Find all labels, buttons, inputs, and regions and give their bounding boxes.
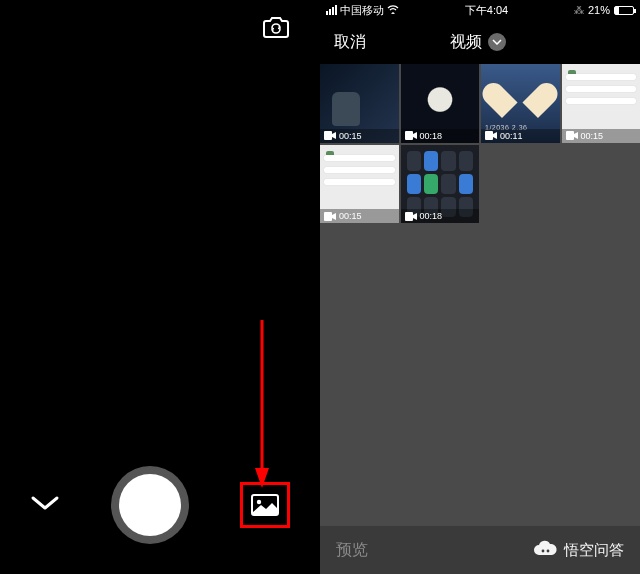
svg-rect-8	[324, 212, 332, 221]
video-thumb[interactable]: 00:15	[320, 145, 399, 224]
bluetooth-icon: ⁂	[574, 5, 584, 16]
collapse-button[interactable]	[30, 494, 60, 516]
duration: 00:15	[339, 211, 362, 221]
wifi-icon	[387, 4, 399, 16]
svg-rect-7	[566, 131, 574, 140]
shutter-button[interactable]	[111, 466, 189, 544]
gallery-button[interactable]	[240, 482, 290, 528]
svg-rect-4	[324, 131, 332, 140]
media-type-dropdown[interactable]: 视频	[450, 32, 506, 53]
chevron-down-icon	[488, 33, 506, 51]
chevron-down-icon	[30, 494, 60, 512]
video-icon	[324, 131, 336, 140]
svg-rect-5	[405, 131, 413, 140]
duration: 00:18	[420, 211, 443, 221]
video-grid: 00:15 00:18 1/2036 2.36 00:11 00:15	[320, 64, 640, 223]
battery-pct: 21%	[588, 4, 610, 16]
video-thumb[interactable]: 1/2036 2.36 00:11	[481, 64, 560, 143]
picker-footer: 预览 悟空问答	[320, 526, 640, 574]
media-picker-screen: 中国移动 下午4:04 ⁂ 21% 取消 视频 00:15	[320, 0, 640, 574]
camera-bottom-controls	[0, 466, 320, 544]
cloud-icon	[532, 540, 558, 561]
duration: 00:15	[581, 131, 604, 141]
svg-point-3	[257, 500, 261, 504]
duration: 00:11	[500, 131, 523, 141]
video-thumb[interactable]: 00:15	[562, 64, 641, 143]
video-thumb[interactable]: 00:18	[401, 145, 480, 224]
video-icon	[405, 212, 417, 221]
video-icon	[485, 131, 497, 140]
status-bar: 中国移动 下午4:04 ⁂ 21%	[320, 0, 640, 20]
camera-screen	[0, 0, 320, 574]
gallery-icon	[251, 494, 279, 516]
svg-rect-9	[405, 212, 413, 221]
video-icon	[405, 131, 417, 140]
svg-rect-6	[485, 131, 493, 140]
clock: 下午4:04	[465, 3, 508, 18]
signal-icon	[326, 5, 337, 15]
video-thumb[interactable]: 00:18	[401, 64, 480, 143]
duration: 00:15	[339, 131, 362, 141]
camera-switch-button[interactable]	[262, 15, 290, 43]
annotation-arrow	[255, 320, 269, 490]
watermark-text: 悟空问答	[564, 541, 624, 560]
svg-point-10	[542, 549, 545, 552]
video-thumb[interactable]: 00:15	[320, 64, 399, 143]
duration: 00:18	[420, 131, 443, 141]
video-icon	[324, 212, 336, 221]
camera-switch-icon	[262, 15, 290, 39]
dropdown-label: 视频	[450, 32, 482, 53]
cancel-button[interactable]: 取消	[334, 32, 366, 53]
picker-header: 取消 视频	[320, 20, 640, 64]
carrier-label: 中国移动	[340, 3, 384, 18]
video-icon	[566, 131, 578, 140]
watermark: 悟空问答	[532, 540, 624, 561]
battery-icon	[614, 6, 634, 15]
svg-point-11	[547, 549, 550, 552]
shutter-inner	[119, 474, 181, 536]
preview-button[interactable]: 预览	[336, 540, 368, 561]
